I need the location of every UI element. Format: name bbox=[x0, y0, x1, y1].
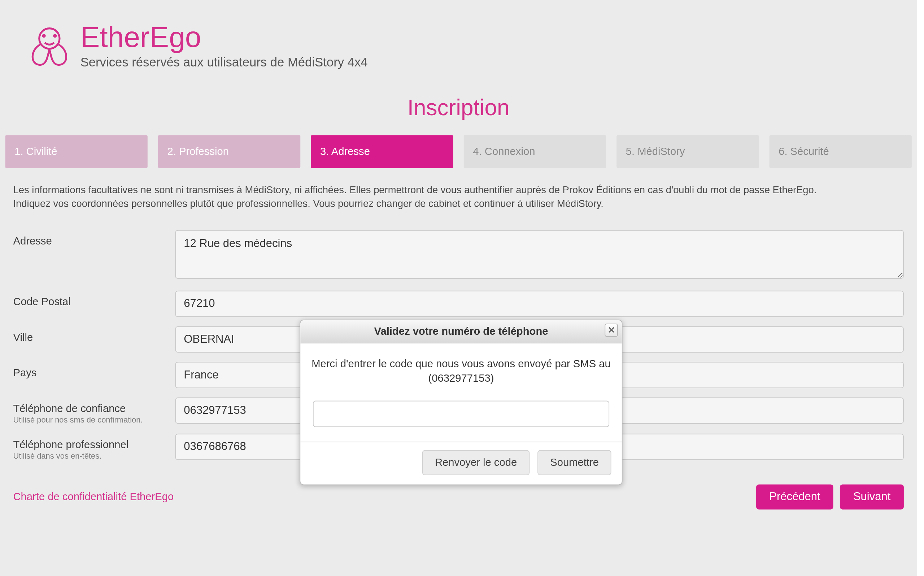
intro-text: Les informations facultatives ne sont ni… bbox=[0, 168, 917, 217]
page: EtherEgo Services réservés aux utilisate… bbox=[0, 0, 917, 576]
label-postal: Code Postal bbox=[13, 296, 176, 308]
header: EtherEgo Services réservés aux utilisate… bbox=[0, 0, 917, 77]
sub-phone-pro: Utilisé dans vos en-têtes. bbox=[13, 451, 176, 461]
brand-title: EtherEgo bbox=[80, 22, 368, 51]
address-input[interactable] bbox=[175, 230, 903, 279]
step-connexion[interactable]: 4. Connexion bbox=[464, 135, 606, 168]
label-city: Ville bbox=[13, 331, 176, 344]
stepper: 1. Civilité 2. Profession 3. Adresse 4. … bbox=[0, 135, 917, 168]
modal-message: Merci d'entrer le code que nous vous avo… bbox=[311, 357, 611, 386]
prev-button[interactable]: Précédent bbox=[756, 484, 833, 509]
resend-code-button[interactable]: Renvoyer le code bbox=[422, 450, 530, 475]
svg-point-0 bbox=[39, 29, 59, 49]
step-medistory[interactable]: 5. MédiStory bbox=[616, 135, 759, 168]
label-address: Adresse bbox=[13, 235, 176, 247]
intro-line-2: Indiquez vos coordonnées personnelles pl… bbox=[13, 197, 904, 210]
postal-input[interactable] bbox=[175, 291, 903, 317]
submit-code-button[interactable]: Soumettre bbox=[538, 450, 611, 475]
viewport[interactable]: EtherEgo Services réservés aux utilisate… bbox=[0, 0, 924, 576]
step-adresse[interactable]: 3. Adresse bbox=[311, 135, 453, 168]
step-civilite[interactable]: 1. Civilité bbox=[5, 135, 148, 168]
verification-code-input[interactable] bbox=[313, 400, 609, 427]
close-icon[interactable]: ✕ bbox=[605, 323, 618, 337]
label-country: Pays bbox=[13, 367, 176, 379]
label-phone-pro: Téléphone professionnel bbox=[13, 439, 176, 451]
intro-line-1: Les informations facultatives ne sont ni… bbox=[13, 183, 904, 197]
next-button[interactable]: Suivant bbox=[840, 484, 903, 509]
modal-title: Validez votre numéro de téléphone ✕ bbox=[300, 320, 622, 344]
brand-subtitle: Services réservés aux utilisateurs de Mé… bbox=[80, 55, 368, 70]
phone-verification-modal: Validez votre numéro de téléphone ✕ Merc… bbox=[300, 320, 622, 485]
sub-phone-trust: Utilisé pour nos sms de confirmation. bbox=[13, 415, 176, 425]
logo-icon bbox=[26, 22, 73, 69]
step-profession[interactable]: 2. Profession bbox=[158, 135, 300, 168]
privacy-link[interactable]: Charte de confidentialité EtherEgo bbox=[13, 491, 174, 503]
page-title: Inscription bbox=[0, 95, 917, 121]
step-securite[interactable]: 6. Sécurité bbox=[769, 135, 912, 168]
label-phone-trust: Téléphone de confiance bbox=[13, 403, 176, 414]
